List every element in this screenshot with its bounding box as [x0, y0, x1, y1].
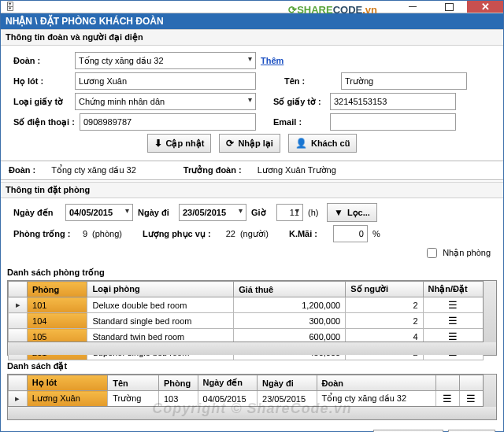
grid2-title: Danh sách đặt	[1, 359, 503, 374]
ngaydi-picker[interactable]	[179, 204, 246, 221]
ngaydi-label: Ngày đi	[138, 208, 174, 217]
phongtrong-value: 9	[76, 229, 87, 238]
table-row[interactable]: ▸ Lương Xuân Trường 103 04/05/2015 23/05…	[9, 391, 484, 407]
phongtrong-unit: (phòng)	[92, 229, 122, 238]
ten-label: Tên :	[284, 76, 336, 86]
gio-select[interactable]	[276, 204, 303, 221]
row-indicator-icon: ▸	[9, 391, 28, 407]
summary-truongdoan-label: Trưởng đoàn :	[183, 165, 242, 175]
doan-select[interactable]: Tổng cty xăng dầu 32	[75, 52, 256, 69]
titlebar: 🗄 ✕	[1, 1, 503, 13]
col-holot[interactable]: Họ lót	[27, 375, 107, 391]
col-ngaydi[interactable]: Ngày đi	[258, 375, 317, 391]
loaigt-label: Loại giấy tờ	[13, 97, 70, 107]
ngayden-picker[interactable]	[65, 204, 133, 221]
them-link[interactable]: Thêm	[261, 56, 284, 65]
section-booking-title: Thông tin đặt phòng	[1, 182, 503, 198]
action-icon[interactable]: ☰	[448, 315, 458, 327]
table-row[interactable]: ▸ 101 Deluxe double bed room 1,200,000 2…	[9, 297, 484, 313]
sogt-label: Số giấy tờ :	[273, 97, 325, 107]
available-rooms-grid[interactable]: Phòng Loại phòng Giá thuê Số người Nhận/…	[7, 280, 497, 356]
view-icon[interactable]: ☰	[443, 393, 452, 404]
action-icon[interactable]: ☰	[448, 299, 458, 311]
row-indicator-icon: ▸	[9, 297, 28, 313]
booked-grid[interactable]: Họ lót Tên Phòng Ngày đến Ngày đi Đoàn ▸…	[7, 374, 497, 420]
summary-doan-value: Tổng cty xăng dầu 32	[51, 165, 136, 175]
table-row[interactable]: 104 Standard single bed room 300,000 2 ☰	[9, 313, 484, 329]
kmai-input[interactable]	[333, 225, 368, 242]
holot-label: Họ lót :	[13, 76, 70, 87]
filter-button[interactable]: ▼Lọc...	[327, 203, 377, 222]
filter-icon: ▼	[334, 207, 343, 218]
col-phong[interactable]: Phòng	[28, 282, 87, 297]
window-maximize-button[interactable]	[431, 1, 467, 13]
person-icon: 👤	[295, 138, 307, 149]
gio-label: Giờ	[251, 208, 272, 218]
email-label: Email :	[273, 117, 325, 127]
table-row[interactable]: 201 Superior single beb room 450,000 2 ☰	[9, 345, 484, 360]
ngayden-label: Ngày đến	[13, 208, 61, 218]
sogt-input[interactable]	[330, 93, 456, 110]
luongpv-unit: (người)	[240, 229, 269, 239]
loaigt-select[interactable]: Chứng minh nhân dân	[75, 93, 256, 110]
window-minimize-button[interactable]	[395, 1, 431, 13]
col-action1	[435, 375, 459, 391]
col-doan[interactable]: Đoàn	[317, 375, 435, 391]
summary-doan-label: Đoàn :	[9, 165, 35, 175]
doan-label: Đoàn :	[13, 56, 70, 65]
gio-unit: (h)	[308, 208, 322, 217]
footer: ✔ Xác nhận ✕ Hủy	[1, 423, 503, 432]
kmai-unit: %	[372, 229, 380, 238]
sdt-input[interactable]	[80, 113, 256, 131]
breadcrumb: NHẬN \ ĐẶT PHÒNG KHÁCH ĐOÀN	[1, 13, 503, 29]
guest-form: Đoàn : Tổng cty xăng dầu 32 Thêm Họ lót …	[1, 46, 503, 159]
app-icon: 🗄	[1, 1, 20, 13]
phongtrong-label: Phòng trống :	[13, 229, 72, 239]
luongpv-value: 22	[221, 229, 235, 238]
update-button[interactable]: ⬇Cập nhật	[147, 134, 212, 153]
col-action2	[459, 375, 483, 391]
col-ten[interactable]: Tên	[108, 375, 159, 391]
summary-row: Đoàn : Tổng cty xăng dầu 32 Trưởng đoàn …	[1, 163, 503, 178]
old-guest-button[interactable]: 👤Khách cũ	[288, 134, 358, 153]
delete-icon[interactable]: ☰	[466, 393, 476, 404]
summary-truongdoan-value: Lương Xuân Trường	[258, 165, 336, 175]
col-loaiphong[interactable]: Loại phòng	[87, 282, 234, 297]
col-songuoi[interactable]: Số người	[346, 282, 423, 297]
table-row[interactable]: 105 Standard twin bed room 600,000 4 ☰	[9, 329, 484, 345]
holot-input[interactable]	[75, 72, 256, 90]
kmai-label: K.Mãi :	[289, 229, 328, 238]
col-ngayden[interactable]: Ngày đến	[198, 375, 258, 391]
section-info-title: Thông tin đoàn và người đại diện	[1, 29, 503, 46]
col-giathue[interactable]: Giá thuê	[234, 282, 346, 297]
action-icon[interactable]: ☰	[448, 346, 458, 358]
col-phong2[interactable]: Phòng	[158, 375, 198, 391]
col-nhandat[interactable]: Nhận/Đặt	[423, 282, 484, 297]
row-selector-header	[9, 282, 28, 297]
refresh-icon: ⟳	[226, 138, 234, 149]
row-selector-header	[9, 375, 28, 391]
sdt-label: Số điện thoại :	[13, 117, 75, 127]
ten-input[interactable]	[341, 72, 467, 90]
download-icon: ⬇	[154, 138, 162, 149]
grid1-title: Danh sách phòng trống	[1, 265, 503, 280]
action-icon[interactable]: ☰	[448, 330, 458, 342]
luongpv-label: Lượng phục vụ :	[143, 229, 217, 239]
email-input[interactable]	[330, 113, 456, 131]
reset-button[interactable]: ⟳Nhập lại	[219, 134, 280, 153]
window-close-button[interactable]: ✕	[467, 1, 503, 13]
nhanphong-checkbox[interactable]: Nhận phòng	[424, 246, 491, 260]
